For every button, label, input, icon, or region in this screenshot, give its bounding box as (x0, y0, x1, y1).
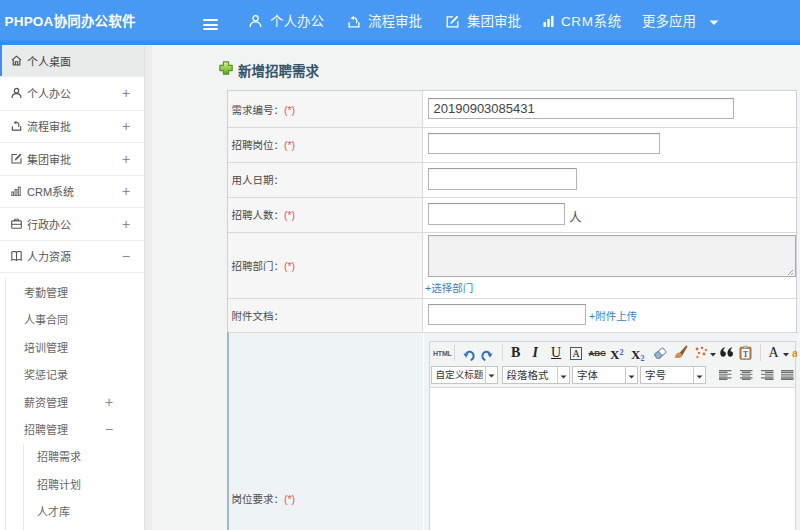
svg-text:T: T (743, 349, 748, 358)
